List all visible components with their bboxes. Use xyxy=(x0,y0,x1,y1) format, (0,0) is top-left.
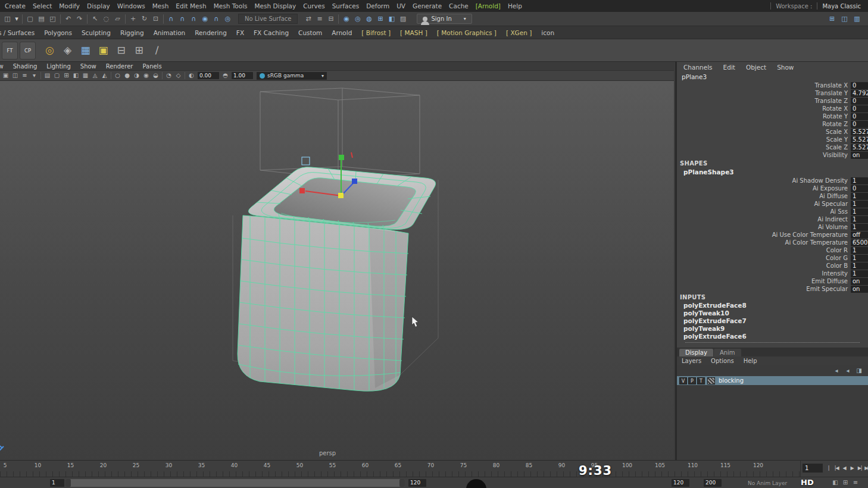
channel-value-field[interactable]: on xyxy=(851,286,868,293)
shelf-tab[interactable]: Arnold xyxy=(327,27,357,38)
pencil-curve-icon[interactable]: ∕ xyxy=(149,42,165,58)
paint-effects-icon[interactable]: ▨ xyxy=(397,13,408,24)
workspace-two-pane-icon[interactable]: ◫ xyxy=(839,13,850,24)
input-node-name[interactable]: polyTweak10 xyxy=(677,309,868,317)
resolution-gate-icon[interactable]: ⊞ xyxy=(62,71,71,80)
channel-label[interactable]: Ai Indirect xyxy=(677,216,851,223)
shelf-tab[interactable]: Sculpting xyxy=(77,27,115,38)
channel-value-field[interactable]: 1 xyxy=(851,224,868,231)
sign-in-button[interactable]: Sign In ▾ xyxy=(417,14,472,24)
input-node-name[interactable]: polyExtrudeFace8 xyxy=(677,302,868,309)
wireframe-icon[interactable]: ○ xyxy=(113,71,122,80)
selection-mode-caret[interactable]: ▾ xyxy=(13,13,20,24)
open-scene-icon[interactable]: ▤ xyxy=(36,13,47,24)
animation-end-field-2[interactable]: 200 xyxy=(704,479,722,487)
layer-playback-toggle[interactable]: P xyxy=(688,377,696,384)
camera-attributes-icon[interactable]: ≡ xyxy=(20,71,29,80)
channel-value-field[interactable]: 1 xyxy=(851,193,868,200)
menu-item[interactable]: UV xyxy=(393,2,409,10)
lock-camera-icon[interactable]: ◫ xyxy=(11,71,20,80)
channel-label[interactable]: Translate Y xyxy=(677,90,851,96)
shelf-tab[interactable]: FX Caching xyxy=(249,27,294,38)
playback-start-field[interactable]: 1 xyxy=(50,479,64,487)
toolbar-icon[interactable] xyxy=(163,14,164,24)
viewport-toolbar-icon[interactable] xyxy=(185,72,185,79)
move-tool-icon[interactable]: + xyxy=(127,13,139,24)
input-node-name[interactable]: polyExtrudeFace7 xyxy=(677,317,868,325)
snap-curve-icon[interactable]: ∩ xyxy=(177,13,188,24)
range-slider[interactable] xyxy=(65,479,405,487)
input-node-name[interactable]: polyExtrudeFace6 xyxy=(677,333,868,340)
gamma-icon[interactable]: ◓ xyxy=(221,71,230,80)
current-frame-field[interactable]: 1 xyxy=(803,464,823,473)
paint-select-icon[interactable]: ▱ xyxy=(112,13,123,24)
input-node-name[interactable]: polyTweak9 xyxy=(677,325,868,333)
layer-editor-menu-item[interactable]: Help xyxy=(739,358,762,364)
layer-color-swatch[interactable] xyxy=(707,377,715,384)
channel-label[interactable]: Color G xyxy=(677,255,851,261)
playback-options-icon[interactable]: ≡ xyxy=(851,478,860,487)
panel-menu-item[interactable]: View xyxy=(0,63,8,70)
menu-item[interactable]: Create xyxy=(1,2,29,10)
scale-tool-icon[interactable]: ⊡ xyxy=(150,13,161,24)
channel-box-menu-item[interactable]: Object xyxy=(741,64,772,71)
shelf-tab[interactable]: [ MASH ] xyxy=(395,27,432,38)
node-graph-icon[interactable]: ⊟ xyxy=(113,42,129,58)
channel-value-field[interactable]: 1 xyxy=(851,201,868,208)
display-layer-row[interactable]: V P T blocking xyxy=(677,376,868,385)
viewport-toolbar-icon[interactable] xyxy=(40,72,41,79)
move-selection-up-layer-icon[interactable]: ◂ xyxy=(832,367,841,374)
manip-z-handle[interactable] xyxy=(352,179,357,184)
revolve-icon[interactable]: ◎ xyxy=(42,42,58,58)
menu-item[interactable]: Select xyxy=(29,2,55,10)
snap-point-icon[interactable]: ∩ xyxy=(188,13,199,24)
new-scene-icon[interactable]: ▢ xyxy=(24,13,36,24)
toolbar-icon[interactable] xyxy=(338,14,339,24)
field-chart-icon[interactable]: ▦ xyxy=(81,71,90,80)
shelf-tab[interactable]: Rendering xyxy=(190,27,232,38)
channel-value-field[interactable]: 6500 xyxy=(851,239,868,246)
channel-value-field[interactable]: 5.527 xyxy=(851,129,868,136)
output-connections-icon[interactable]: ≡ xyxy=(314,13,325,24)
textured-icon[interactable]: ◑ xyxy=(132,71,141,80)
channel-value-field[interactable]: 0 xyxy=(851,82,868,89)
menu-item[interactable]: Mesh Tools xyxy=(210,2,251,10)
menu-item[interactable]: Cache xyxy=(445,2,472,10)
shelf-tab[interactable]: [ Bifrost ] xyxy=(357,27,395,38)
menu-item[interactable]: Deform xyxy=(363,2,393,10)
shelf-tab[interactable]: [ Motion Graphics ] xyxy=(432,27,501,38)
range-handle-left[interactable] xyxy=(65,479,71,487)
panel-menu-item[interactable]: Show xyxy=(76,63,101,70)
manip-x-handle[interactable] xyxy=(299,188,305,193)
safe-title-icon[interactable]: ◭ xyxy=(100,71,109,80)
select-camera-icon[interactable]: ▣ xyxy=(1,71,10,80)
channel-label[interactable]: Ai Volume xyxy=(677,224,851,230)
component-handle[interactable] xyxy=(302,157,310,165)
channel-value-field[interactable]: 0 xyxy=(851,121,868,128)
channel-label[interactable]: Ai Shadow Density xyxy=(677,177,851,184)
shelf-tab[interactable]: icon xyxy=(536,27,559,38)
perspective-viewport[interactable]: persp xyxy=(0,81,674,460)
channel-label[interactable]: Translate X xyxy=(677,82,851,89)
chevron-down-icon[interactable]: ▾ xyxy=(464,16,466,21)
layer-display-type-toggle[interactable]: T xyxy=(697,377,705,384)
toolbar-icon[interactable] xyxy=(22,14,23,24)
shadows-icon[interactable]: ◒ xyxy=(151,71,160,80)
view-transform-dropdown[interactable]: sRGB gamma ▾ xyxy=(257,72,327,80)
shelf-button-cp[interactable]: CP xyxy=(20,42,36,60)
loft-icon[interactable]: ◈ xyxy=(60,42,76,58)
channel-label[interactable]: Ai Specular xyxy=(677,201,851,207)
channel-box-menu-item[interactable]: Edit xyxy=(718,64,741,71)
exposure-icon[interactable]: ◐ xyxy=(187,71,196,80)
channel-label[interactable]: Rotate X xyxy=(677,105,851,112)
channel-value-field[interactable]: 1 xyxy=(851,177,868,184)
layer-editor-menu-item[interactable]: Layers xyxy=(677,358,706,364)
workspace-selector[interactable]: Workspace : Maya Classic xyxy=(770,2,868,10)
channel-value-field[interactable]: 0 xyxy=(851,185,868,192)
channel-label[interactable]: Ai Color Temperature xyxy=(677,239,851,246)
make-live-icon[interactable]: ◎ xyxy=(222,13,233,24)
shaded-icon[interactable]: ● xyxy=(123,71,132,80)
channel-label[interactable]: Emit Diffuse xyxy=(677,278,851,284)
lights-icon[interactable]: ◉ xyxy=(142,71,151,80)
channel-label[interactable]: Ai Sss xyxy=(677,208,851,215)
